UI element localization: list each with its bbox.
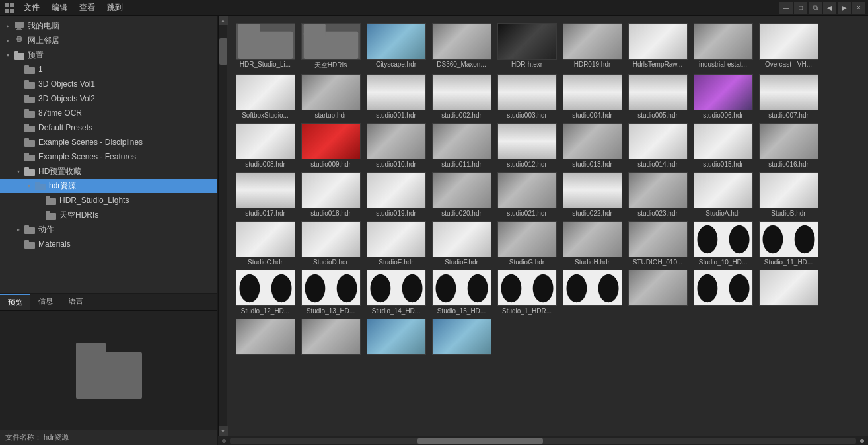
expand-icon-actions[interactable]: ▸ [13, 224, 24, 235]
thumb-item-cityscape[interactable]: Cityscape.hdr [365, 23, 427, 70]
sidebar-item-hdr_studio[interactable]: HDR_Studio_Lights [0, 193, 217, 208]
thumb-item-studio007[interactable]: studio007.hdr [758, 74, 819, 119]
scroll-down-button[interactable]: ▼ [219, 426, 228, 436]
horizontal-scrollbar[interactable] [218, 436, 868, 445]
thumb-item-studioA[interactable]: StudioA.hdr [692, 172, 754, 217]
sidebar-item-my_computer[interactable]: ▸我的电脑 [0, 19, 217, 33]
thumb-item-studio004[interactable]: studio004.hdr [561, 74, 623, 119]
thumb-item-studio011[interactable]: studio011.hdr [431, 123, 492, 168]
thumb-item-studio008[interactable]: studio008.hdr [235, 123, 296, 168]
thumb-item-softbox[interactable]: SoftboxStudio... [235, 74, 296, 119]
thumb-item-studio015[interactable]: studio015.hdr [692, 123, 754, 168]
thumb-item-studio_13[interactable]: Studio_13_HD... [300, 270, 361, 315]
menu-goto[interactable]: 跳到 [102, 1, 128, 15]
sidebar-item-default_presets[interactable]: Default Presets [0, 120, 217, 135]
thumb-item-studio018[interactable]: studio018.hdr [300, 172, 361, 217]
expand-icon-materials[interactable] [13, 239, 24, 249]
expand-icon-87time[interactable] [13, 108, 24, 118]
thumb-item-studio009[interactable]: studio009.hdr [300, 123, 361, 168]
vertical-scrollbar[interactable]: ▲ ▼ [218, 16, 227, 436]
thumb-item-studio_1[interactable]: Studio_1_HDR... [496, 270, 558, 315]
sidebar-item-87time[interactable]: 87time OCR [0, 106, 217, 120]
thumb-item-hdr_studio_li[interactable]: HDR_Studio_Li... [235, 23, 296, 70]
thumb-item-startup[interactable]: startup.hdr [300, 74, 361, 119]
tab-language[interactable]: 语言 [61, 294, 91, 310]
thumb-item-studio014[interactable]: studio014.hdr [627, 123, 688, 168]
thumb-item-studio002[interactable]: studio002.hdr [431, 74, 492, 119]
thumb-item-row6_5[interactable] [235, 319, 296, 356]
expand-icon-default_presets[interactable] [13, 122, 24, 133]
expand-icon-tian_kong[interactable] [34, 210, 45, 220]
sidebar-item-hdr_resource[interactable]: ▾hdr资源 [0, 179, 217, 193]
thumb-item-row6_8[interactable] [431, 319, 492, 356]
expand-icon-hdr_studio[interactable] [34, 195, 45, 206]
thumb-item-row6_4[interactable] [758, 270, 819, 315]
thumb-item-row6_6[interactable] [300, 319, 361, 356]
sidebar-item-example_feat[interactable]: Example Scenes - Features [0, 149, 217, 164]
thumb-item-studio005[interactable]: studio005.hdr [627, 74, 688, 119]
sidebar-item-example_disc[interactable]: Example Scenes - Disciplines [0, 135, 217, 149]
thumb-item-studio021[interactable]: studio021.hdr [496, 172, 558, 217]
sidebar-item-3d_vol1[interactable]: 3D Objects Vol1 [0, 77, 217, 91]
sidebar-item-actions[interactable]: ▸动作 [0, 222, 217, 237]
thumb-item-row6_7[interactable] [365, 319, 427, 356]
menu-edit[interactable]: 编辑 [46, 1, 73, 15]
expand-icon-presets[interactable]: ▾ [3, 50, 13, 60]
expand-icon-example_feat[interactable] [13, 151, 24, 162]
thumb-item-studioH[interactable]: StudioH.hdr [561, 221, 623, 266]
thumb-item-studioE[interactable]: StudioE.hdr [365, 221, 427, 266]
thumb-item-tian_kong_hdri[interactable]: 天空HDRIs [300, 23, 361, 70]
thumb-item-studio_15[interactable]: Studio_15_HD... [431, 270, 492, 315]
expand-icon-example_disc[interactable] [13, 137, 24, 147]
thumb-item-studioD[interactable]: StudioD.hdr [300, 221, 361, 266]
thumb-item-hdr019[interactable]: HDR019.hdr [561, 23, 623, 70]
thumb-item-studio_12[interactable]: Studio_12_HD... [235, 270, 296, 315]
thumb-item-studioF[interactable]: StudioF.hdr [431, 221, 492, 266]
thumb-item-studio001[interactable]: studio001.hdr [365, 74, 427, 119]
scroll-thumb[interactable] [219, 38, 227, 65]
thumb-item-studio022[interactable]: studio022.hdr [561, 172, 623, 217]
scroll-track[interactable] [219, 25, 227, 426]
thumb-item-studioG[interactable]: StudioG.hdr [496, 221, 558, 266]
restore-button[interactable]: ⧉ [809, 2, 822, 14]
thumb-item-studio_11[interactable]: Studio_11_HD... [758, 221, 819, 266]
sidebar-item-3d_vol2[interactable]: 3D Objects Vol2 [0, 91, 217, 106]
sidebar-item-tian_kong[interactable]: 天空HDRIs [0, 208, 217, 222]
thumb-item-studio_14[interactable]: Studio_14_HD... [365, 270, 427, 315]
sidebar-item-presets[interactable]: ▾预置 [0, 48, 217, 62]
tab-preview[interactable]: 预览 [0, 294, 30, 310]
expand-icon-network[interactable]: ▸ [3, 35, 13, 46]
expand-icon-3d_vol1[interactable] [13, 79, 24, 89]
thumb-item-ds360[interactable]: DS360_Maxon... [431, 23, 492, 70]
back-button[interactable]: ◀ [823, 2, 836, 14]
thumb-item-studio006[interactable]: studio006.hdr [692, 74, 754, 119]
tab-info[interactable]: 信息 [30, 294, 61, 310]
thumb-item-studio003[interactable]: studio003.hdr [496, 74, 558, 119]
expand-icon-hdr_resource[interactable]: ▾ [24, 181, 34, 191]
thumb-item-hdris_temp[interactable]: HdrlsTempRaw... [627, 23, 688, 70]
menu-view[interactable]: 查看 [74, 1, 100, 15]
thumbnail-grid[interactable]: HDR_Studio_Li...天空HDRIsCityscape.hdrDS36… [227, 16, 868, 436]
expand-icon-my_computer[interactable]: ▸ [3, 20, 13, 31]
expand-icon-folder_1[interactable] [13, 64, 24, 75]
maximize-button[interactable]: □ [794, 2, 807, 14]
thumb-item-studio016[interactable]: studio016.hdr [758, 123, 819, 168]
thumb-item-studio_10[interactable]: Studio_10_HD... [692, 221, 754, 266]
thumb-item-studio010[interactable]: studio010.hdr [365, 123, 427, 168]
thumb-item-studio020[interactable]: studio020.hdr [431, 172, 492, 217]
thumb-item-row6_3[interactable] [692, 270, 754, 315]
close-button[interactable]: × [852, 2, 865, 14]
sidebar-item-network[interactable]: ▸网上邻居 [0, 33, 217, 48]
thumb-item-studio017[interactable]: studio017.hdr [235, 172, 296, 217]
thumb-item-row6_2[interactable] [627, 270, 688, 315]
sidebar-item-hd_presets[interactable]: ▾HD预置收藏 [0, 164, 217, 179]
horiz-scroll-track[interactable] [230, 438, 856, 444]
thumb-item-studioC[interactable]: StudioC.hdr [235, 221, 296, 266]
thumb-item-studio023[interactable]: studio023.hdr [627, 172, 688, 217]
thumb-item-studio019[interactable]: studio019.hdr [365, 172, 427, 217]
expand-icon-hd_presets[interactable]: ▾ [13, 166, 24, 177]
thumb-item-studio012[interactable]: studio012.hdr [496, 123, 558, 168]
thumb-item-row6_1[interactable] [561, 270, 623, 315]
thumb-item-industrial[interactable]: industrial estat... [692, 23, 754, 70]
forward-button[interactable]: ▶ [838, 2, 851, 14]
